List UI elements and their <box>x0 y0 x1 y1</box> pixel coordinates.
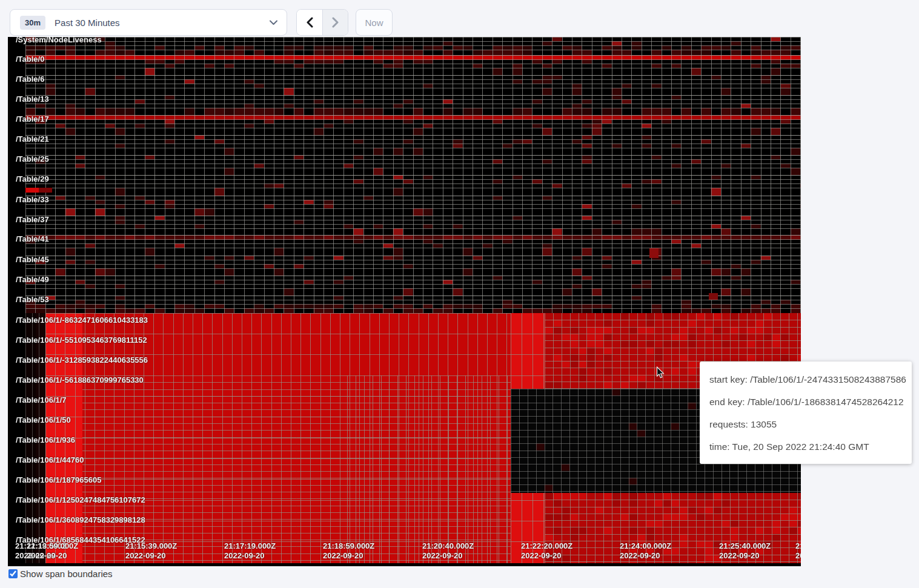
chevron-down-icon <box>269 19 278 25</box>
time-nav-group <box>296 9 348 36</box>
chevron-right-icon <box>332 17 339 28</box>
mouse-cursor-icon <box>656 366 665 379</box>
now-button[interactable]: Now <box>356 9 393 36</box>
time-range-badge: 30m <box>20 16 45 30</box>
show-span-boundaries-label: Show span boundaries <box>20 569 113 579</box>
span-boundaries-row: Show span boundaries <box>8 569 113 579</box>
tooltip-requests: requests: 13055 <box>709 413 903 435</box>
time-back-button[interactable] <box>297 10 322 35</box>
time-range-label: Past 30 Minutes <box>55 18 269 28</box>
tooltip: start key: /Table/106/1/-247433150824388… <box>700 362 912 464</box>
show-span-boundaries-checkbox[interactable] <box>8 569 18 578</box>
tooltip-time: time: Tue, 20 Sep 2022 21:24:40 GMT <box>709 435 903 458</box>
tooltip-start-key: start key: /Table/106/1/-247433150824388… <box>709 368 903 391</box>
key-visualizer-canvas[interactable] <box>8 37 801 566</box>
time-range-dropdown[interactable]: 30m Past 30 Minutes <box>10 9 287 36</box>
time-forward-button[interactable] <box>322 10 348 35</box>
chevron-left-icon <box>306 17 313 28</box>
tooltip-end-key: end key: /Table/106/1/-18683814745282642… <box>709 391 903 413</box>
time-range-toolbar: 30m Past 30 Minutes Now <box>10 9 393 36</box>
